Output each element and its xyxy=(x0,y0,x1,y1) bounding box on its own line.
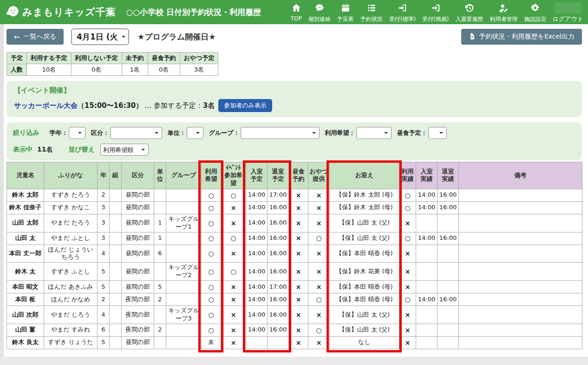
cell-col17 xyxy=(459,245,582,263)
excel-export-button[interactable]: 予約状況・利用履歴をExcel出力 xyxy=(461,29,582,45)
cell-col5: 1 xyxy=(154,232,166,245)
summary-col-header: 利用しない予定 xyxy=(71,53,122,64)
col-header-10: 退室 予定 xyxy=(268,162,289,189)
filter-select-2[interactable] xyxy=(187,127,203,139)
child-name-link[interactable]: 本田 枢 xyxy=(7,293,44,306)
back-to-list-button[interactable]: ← 一覧へ戻る xyxy=(7,29,64,45)
filter-label-0: 学年： xyxy=(50,129,68,137)
cell-col5: 2 xyxy=(154,324,166,336)
document-icon xyxy=(469,33,476,41)
child-name-link[interactable]: 鈴木 佳奈子 xyxy=(7,201,44,214)
cell-col10: 17:00 xyxy=(268,281,289,293)
cell-col17 xyxy=(459,281,582,293)
nav-item-4[interactable]: 受付(標準) xyxy=(386,1,419,23)
app-logo[interactable]: みまもりキッズ千葉 xyxy=(6,4,116,20)
nav-item-label: 予約状況 xyxy=(360,15,383,23)
cell-col10: 16:00 xyxy=(268,201,289,214)
filter-select-1[interactable] xyxy=(110,127,162,139)
child-name-link[interactable]: 鈴木 太 xyxy=(7,263,44,281)
child-name-link[interactable]: 鈴木 良太 xyxy=(7,336,44,349)
cell-col13: 【保】本田 晴香 (母) xyxy=(330,281,399,293)
mark-cell: × xyxy=(399,214,416,232)
display-sort-row: 表示中 11名 並び替え 利用希望順 xyxy=(13,144,575,156)
nav-item-3[interactable]: 予約状況 xyxy=(357,1,386,23)
nav-item-5[interactable]: 受付(簡易) xyxy=(419,1,452,23)
cell-col17 xyxy=(459,306,582,324)
cell-col5 xyxy=(154,263,166,281)
nav-item-8[interactable]: 施設設定 xyxy=(521,1,549,23)
event-note: … 参加する予定： xyxy=(144,101,203,110)
cell-col5 xyxy=(154,189,166,201)
cell-col2: 3 xyxy=(98,214,110,232)
child-kana: やまだ すみれ xyxy=(44,324,98,336)
mark-cell: × xyxy=(399,263,416,281)
mark-cell: × xyxy=(221,293,246,306)
mark-cell: ○ xyxy=(399,189,416,201)
history-icon xyxy=(464,3,474,15)
mascot-icon xyxy=(6,4,20,20)
cell-col17 xyxy=(459,324,582,336)
child-name-link[interactable]: 山田 太 xyxy=(7,232,44,245)
footer-bar xyxy=(0,357,588,365)
cell-col2: 4 xyxy=(98,306,110,324)
mark-cell: ○ xyxy=(399,293,416,306)
nav-item-2[interactable]: 予定表 xyxy=(334,1,357,23)
filter-section-label: 絞り込み xyxy=(13,129,39,137)
child-name-link[interactable]: 本田 昭文 xyxy=(7,281,44,293)
toolbar: ← 一覧へ戻る 4月1日 (火) ★プログラム開催日★ 予約状況・利用履歴をEx… xyxy=(7,28,582,45)
home-icon xyxy=(291,3,301,15)
cell-col17 xyxy=(459,214,582,232)
mark-cell: ○ xyxy=(202,293,221,306)
col-header-13: お迎え xyxy=(330,162,399,189)
cell-col15 xyxy=(416,306,438,324)
cell-col16: 16:00 xyxy=(438,232,459,245)
cell-col10: 16:00 xyxy=(268,214,289,232)
mark-cell: × xyxy=(399,336,416,349)
cell-col13: 【保】山田 太 (父) xyxy=(330,214,399,232)
show-participants-button[interactable]: 参加者のみ表示 xyxy=(218,99,272,112)
nav-item-6[interactable]: 入退室履歴 xyxy=(452,1,486,23)
mark-cell: ○ xyxy=(399,232,416,245)
nav-item-7[interactable]: 利用者管理 xyxy=(486,1,521,23)
cell-col3 xyxy=(110,281,122,293)
cell-col13: 【保】本田 晴香 (母) xyxy=(330,293,399,306)
nav-item-label: 個別連絡 xyxy=(308,15,331,23)
cell-col2: 2 xyxy=(98,189,110,201)
child-kana: ほんだ かなめ xyxy=(44,293,98,306)
mark-cell: ○ xyxy=(202,281,221,293)
nav-item-0[interactable]: TOP xyxy=(287,1,305,22)
cell-col3 xyxy=(110,293,122,306)
table-row: 山田 次郎やまだ じろう4夜間の部キッズグループ3○×14:0016:00××【… xyxy=(7,306,582,324)
filter-select-5[interactable] xyxy=(428,127,447,139)
gear-icon xyxy=(530,3,540,15)
nav-item-1[interactable]: 個別連絡 xyxy=(305,1,334,23)
child-name-link[interactable]: 本田 丈一郎 xyxy=(7,245,44,263)
sort-select-wrap: 利用希望順 xyxy=(100,144,149,156)
child-name-link[interactable]: 山田 次郎 xyxy=(7,306,44,324)
nav-item-label: 受付(簡易) xyxy=(422,15,449,23)
child-name-link[interactable]: 鈴木 太郎 xyxy=(7,189,44,201)
cell-col3 xyxy=(110,245,122,263)
filter-select-3[interactable] xyxy=(241,127,320,139)
filter-select-0[interactable] xyxy=(69,127,85,139)
sort-select[interactable]: 利用希望順 xyxy=(100,144,149,156)
summary-col-header: 未予約 xyxy=(122,53,148,64)
cell-col6 xyxy=(166,232,202,245)
mark-cell: ○ xyxy=(221,232,246,245)
mark-cell: × xyxy=(399,324,416,336)
cell-col4: 昼間の部 xyxy=(122,189,154,201)
cell-col9: 14:00 xyxy=(246,306,268,324)
date-select[interactable]: 4月1日 (火) xyxy=(71,28,129,45)
cell-col6 xyxy=(166,281,202,293)
filter-select-wrap-3 xyxy=(241,127,320,139)
child-name-link[interactable]: 山田 菫 xyxy=(7,324,44,336)
filter-select-4[interactable] xyxy=(356,127,392,139)
child-name-link[interactable]: 山田 太郎 xyxy=(7,214,44,232)
signin-icon xyxy=(431,3,441,15)
mark-cell: ○ xyxy=(308,293,330,306)
cell-col3 xyxy=(110,232,122,245)
logout-button[interactable]: ログアウト xyxy=(552,1,583,23)
app-header: みまもりキッズ千葉 ○○小学校 日付別予約状況・利用履歴 TOP個別連絡予定表予… xyxy=(0,0,588,24)
cell-col10 xyxy=(268,336,289,349)
cell-col2: 4 xyxy=(98,245,110,263)
